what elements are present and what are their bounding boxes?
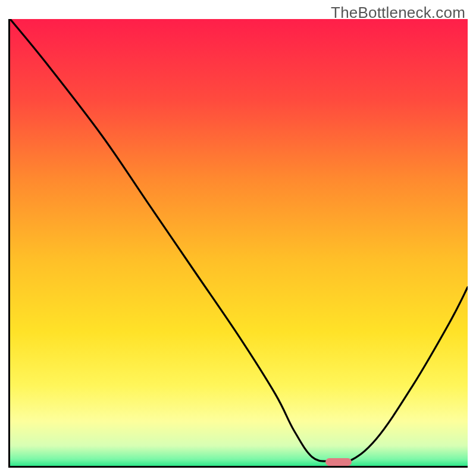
chart-container: TheBottleneck.com (0, 0, 476, 476)
gradient-background (10, 19, 468, 466)
optimal-marker (325, 458, 351, 466)
plot-area (8, 19, 468, 468)
